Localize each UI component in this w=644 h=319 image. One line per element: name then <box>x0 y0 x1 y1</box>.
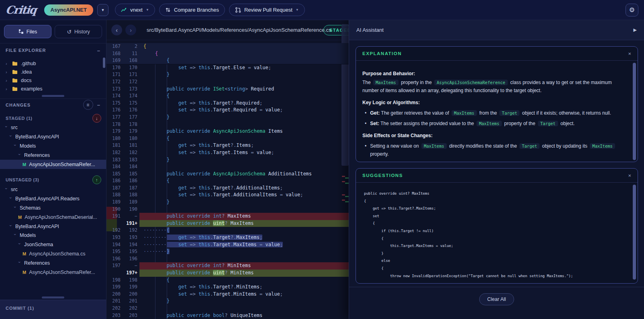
code-line[interactable]: 194194········ set => this.Target.MaxIte… <box>106 241 354 249</box>
new-line-number: 170 <box>123 64 139 72</box>
code-line[interactable]: 185185 public override AsyncApiJsonSchem… <box>106 171 354 178</box>
code-line[interactable]: 171171 } <box>106 71 354 78</box>
branch-selector-button[interactable]: vnext ▼ <box>115 4 155 16</box>
close-icon[interactable]: × <box>628 51 631 57</box>
changed-file-item[interactable]: MAsyncApiJsonSchema.cs <box>0 249 106 259</box>
diff-editor: ‹ › src/ByteBard.AsyncAPI/Models/Referen… <box>106 20 354 319</box>
tree-dir-item[interactable]: ›src <box>0 123 106 132</box>
code-line[interactable]: 178178 <box>106 121 354 128</box>
code-token: get <box>178 284 187 290</box>
old-line-number: 202 <box>106 305 123 312</box>
stage-all-button[interactable]: ↑ <box>92 175 101 184</box>
project-badge[interactable]: AsyncAPI.NET <box>44 4 93 16</box>
code-token: value <box>286 192 300 198</box>
tab-files[interactable]: Files <box>4 25 51 38</box>
previous-file-button[interactable]: ‹ <box>111 25 122 35</box>
explorer-folder-item[interactable]: ›.idea <box>0 68 106 76</box>
collapse-section-button[interactable]: – <box>97 102 100 108</box>
code-line[interactable]: 197− public override int? MinItems <box>106 262 354 270</box>
staged-group-header: STAGED (1) ↓ <box>0 113 106 123</box>
code-line[interactable]: 187187 get => this.Target?.AdditionalIte… <box>106 185 354 192</box>
unstage-all-button[interactable]: ↓ <box>92 114 101 123</box>
tree-dir-item[interactable]: ›Schemas <box>0 204 106 213</box>
tree-dir-item[interactable]: ›JsonSchema <box>0 240 106 249</box>
explanation-scrollbar[interactable] <box>633 63 636 160</box>
panel-resize-handle[interactable] <box>42 296 64 298</box>
code-line[interactable]: 183183 } <box>106 156 354 164</box>
code-token <box>143 100 178 106</box>
code-line[interactable]: 191− public override int? MaxItems <box>106 213 354 220</box>
explorer-folder-item[interactable]: ›examples <box>0 84 106 93</box>
compare-branches-button[interactable]: Compare Branches <box>159 4 225 16</box>
code-line[interactable]: 191+ public override uint? MaxItems <box>106 220 354 227</box>
tree-dir-item[interactable]: ›Models <box>0 142 106 151</box>
dir-name: Schemas <box>20 205 41 211</box>
tree-dir-item[interactable]: ›ByteBard.AsyncAPI <box>0 222 106 231</box>
code-diff-view[interactable]: 1672{16811 {169168 {170170 set => this.T… <box>106 43 354 319</box>
panel-resize-handle[interactable] <box>42 95 64 97</box>
code-line[interactable]: 201201 } <box>106 298 354 305</box>
code-line[interactable]: 188188 set => this.Target.AdditionalItem… <box>106 191 354 199</box>
close-icon[interactable]: × <box>628 173 631 179</box>
tree-dir-item[interactable]: ›ByteBard.AsyncAPI <box>0 132 106 142</box>
code-token <box>167 242 178 247</box>
code-line[interactable]: 179179 public override AsyncApiJsonSchem… <box>106 128 354 135</box>
changed-file-item[interactable]: MAsyncApiJsonSchemaRefer... <box>0 160 106 169</box>
code-line[interactable]: 173173 public override ISet<string> Requ… <box>106 86 354 93</box>
code-line[interactable]: 1672{ <box>106 43 354 50</box>
settings-button[interactable]: ⚙ <box>626 4 638 16</box>
code-line[interactable]: 184184 <box>106 163 354 171</box>
tree-dir-item[interactable]: ›References <box>0 150 106 160</box>
code-line[interactable]: 203203 public override bool? UniqueItems <box>106 312 354 319</box>
code-line-content: get => this.Target?.MinItems; <box>139 284 354 291</box>
changes-menu-button[interactable]: ≡ <box>83 100 93 110</box>
code-line[interactable]: 193193········ get => this.Target?.MaxIt… <box>106 234 354 241</box>
clear-all-button[interactable]: Clear All <box>479 293 514 305</box>
code-line[interactable]: 192192········{ <box>106 227 354 234</box>
code-line[interactable]: 186186 { <box>106 177 354 185</box>
tree-dir-item[interactable]: ›src <box>0 185 106 194</box>
code-line[interactable]: 172172 <box>106 78 354 86</box>
project-dropdown-button[interactable]: ▼ <box>97 4 108 16</box>
explorer-scrollbar[interactable] <box>103 58 105 68</box>
code-line[interactable]: 175175 get => this.Target?.Required; <box>106 100 354 107</box>
code-line[interactable]: 169168 { <box>106 57 354 64</box>
inline-code-chip: MaxItems <box>590 143 615 149</box>
review-pull-request-button[interactable]: Review Pull Request ▼ <box>229 4 305 16</box>
tab-history[interactable]: ↺ History <box>55 25 102 38</box>
code-token: ?. <box>231 284 236 290</box>
commit-section[interactable]: COMMIT (1) <box>0 300 106 319</box>
code-line[interactable]: 195195········} <box>106 248 354 255</box>
code-line[interactable]: 170170 set => this.Target.Else = value; <box>106 64 354 72</box>
code-line[interactable]: 189189 } <box>106 199 354 206</box>
tree-dir-item[interactable]: ›Models <box>0 231 106 240</box>
code-line[interactable]: 190190 <box>106 206 354 213</box>
code-line[interactable]: 180180 { <box>106 135 354 142</box>
collapse-panel-icon[interactable]: ▶ <box>634 27 637 33</box>
code-line[interactable]: 202202 <box>106 305 354 312</box>
code-line[interactable]: 174174 { <box>106 93 354 100</box>
code-line[interactable]: 199199 get => this.Target?.MinItems; <box>106 284 354 291</box>
code-token: this <box>198 291 210 297</box>
code-line[interactable]: 182182 set => this.Target.Items = value; <box>106 149 354 156</box>
collapse-section-button[interactable]: – <box>97 47 100 54</box>
code-token: ?. <box>231 235 236 240</box>
explorer-folder-item[interactable]: ›.github <box>0 59 106 68</box>
code-line[interactable]: 196196 <box>106 255 354 263</box>
next-file-button[interactable]: › <box>125 25 136 35</box>
explorer-folder-item[interactable]: ›docs <box>0 76 106 84</box>
code-line[interactable]: 176176 set => this.Target.Required = val… <box>106 107 354 114</box>
code-line[interactable]: 200200 set => this.Target.MinItems = val… <box>106 291 354 298</box>
code-line[interactable]: 177177 } <box>106 114 354 121</box>
changed-file-item[interactable]: MAsyncApiJsonSchemaDeserial... <box>0 212 106 222</box>
code-line-content: public override AsyncApiJsonSchema Addit… <box>139 171 354 178</box>
tree-dir-item[interactable]: ›References <box>0 258 106 268</box>
code-line[interactable]: 181181 get => this.Target?.Items; <box>106 142 354 149</box>
tree-dir-item[interactable]: ›ByteBard.AsyncAPI.Readers <box>0 194 106 204</box>
code-line[interactable]: 16811 { <box>106 50 354 58</box>
code-line[interactable]: 198198 { <box>106 277 354 284</box>
code-line[interactable]: 197+ public override uint? MinItems <box>106 270 354 277</box>
changed-file-item[interactable]: MAsyncApiJsonSchemaRefer... <box>0 268 106 277</box>
suggestion-code-line: get => this.Target?.MaxItems; <box>364 205 627 212</box>
suggestions-scrollbar[interactable] <box>633 185 636 280</box>
